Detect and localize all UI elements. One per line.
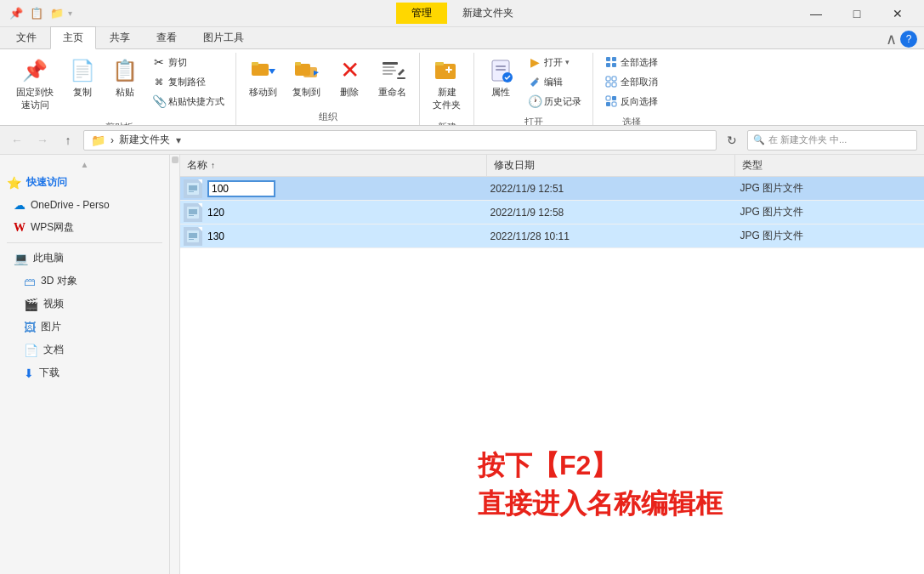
tab-home[interactable]: 主页 [50,26,96,49]
title-tab-manage[interactable]: 管理 [396,3,447,24]
copy-to-button[interactable]: 复制到 [286,53,326,103]
tab-share[interactable]: 共享 [97,26,143,48]
clipboard-content: 📌 固定到快速访问 📄 复制 📋 粘贴 ✂ 剪切 ⌘ [10,53,229,119]
copy-path-button[interactable]: ⌘ 复制路径 [148,72,229,91]
new-folder-button[interactable]: 新建文件夹 [427,53,467,116]
history-button[interactable]: 🕐 历史记录 [524,92,586,111]
filename-label-2: 130 [207,230,224,242]
ribbon-group-select: 全部选择 全部取消 [593,53,669,125]
filename-edit-input-0[interactable] [207,180,275,197]
pictures-label: 图片 [41,320,61,334]
column-type[interactable]: 类型 [735,155,924,176]
file-type-cell-2: JPG 图片文件 [734,229,925,243]
sidebar-divider [7,242,162,243]
select-all-label: 全部选择 [621,56,658,69]
address-dropdown-button[interactable]: ▾ [170,130,187,151]
column-name-label: 名称 [187,158,207,173]
back-button[interactable]: ← [7,130,27,151]
sidebar-scroll-track[interactable] [170,155,180,574]
help-button[interactable]: ? [900,31,917,48]
table-row[interactable]: 130 2022/11/28 10:11 JPG 图片文件 [180,224,924,248]
sidebar-item-documents[interactable]: 📄 文档 [0,338,169,361]
organize-content: 移动到 复制到 ✕ 删除 [243,53,412,109]
note-icon[interactable]: 📋 [27,4,46,23]
quick-access-label: 快速访问 [26,175,67,190]
history-label: 历史记录 [544,95,581,108]
open-dropdown-icon: ▾ [565,58,570,66]
title-tab-newfolder[interactable]: 新建文件夹 [447,3,529,24]
paste-shortcut-button[interactable]: 📎 粘贴快捷方式 [148,92,229,111]
file-name-cell-1: 120 [180,201,484,224]
title-tabs: 管理 新建文件夹 [396,3,529,24]
delete-button[interactable]: ✕ 删除 [330,53,369,103]
shortcut-icon: 📎 [152,94,166,108]
svg-rect-21 [612,57,616,61]
pictures-icon: 🖼 [24,321,36,334]
sidebar-scroll-thumb[interactable] [172,156,179,163]
onedrive-label: OneDrive - Perso [31,199,110,211]
svg-rect-15 [448,66,450,73]
refresh-button[interactable]: ↻ [722,130,742,151]
sidebar-item-video[interactable]: 🎬 视频 [0,293,169,315]
minimize-button[interactable]: — [796,0,836,27]
maximize-button[interactable]: □ [837,0,876,27]
column-date[interactable]: 修改日期 [487,155,735,176]
svg-rect-39 [189,233,197,238]
copy-label: 复制 [73,86,92,99]
new-folder-label: 新建文件夹 [433,86,461,111]
select-all-button[interactable]: 全部选择 [600,53,662,71]
select-content: 全部选择 全部取消 [600,53,662,114]
copy-to-label: 复制到 [292,86,320,99]
svg-rect-28 [606,96,610,100]
rename-label: 重命名 [378,86,406,99]
forward-button[interactable]: → [32,130,53,151]
sidebar-item-downloads[interactable]: ⬇ 下载 [0,361,169,384]
tab-view[interactable]: 查看 [144,26,190,48]
move-to-button[interactable]: 移动到 [243,53,283,103]
paste-button[interactable]: 📋 粘贴 [105,53,145,103]
address-bar: ← → ↑ 📁 › 新建文件夹 ▾ ↻ 🔍 在 新建文件夹 中... [0,126,924,155]
pc-icon: 💻 [14,252,28,265]
new-label: 新建 [427,119,467,126]
invert-select-icon [604,94,618,108]
copy-button[interactable]: 📄 复制 [63,53,102,103]
open-button[interactable]: ▶ 打开 ▾ [524,53,586,71]
close-button[interactable]: ✕ [878,0,917,27]
address-box[interactable]: 📁 › 新建文件夹 ▾ [83,130,717,151]
invert-select-button[interactable]: 反向选择 [600,92,662,111]
table-row[interactable]: 2022/11/9 12:51 JPG 图片文件 [180,177,924,201]
new-folder-icon [434,57,461,84]
search-box[interactable]: 🔍 在 新建文件夹 中... [747,130,917,151]
up-button[interactable]: ↑ [58,130,78,151]
pin-icon[interactable]: 📌 [7,4,26,23]
column-name[interactable]: 名称 ↑ [180,155,487,176]
cut-button[interactable]: ✂ 剪切 [148,53,229,71]
sidebar-item-quick-access[interactable]: ⭐ 快速访问 [0,171,169,194]
file-type-cell-0: JPG 图片文件 [734,181,925,196]
delete-label: 删除 [340,86,359,99]
copy-path-icon: ⌘ [152,75,166,88]
deselect-all-button[interactable]: 全部取消 [600,72,662,91]
file-area: 名称 ↑ 修改日期 类型 [180,155,924,574]
sidebar-item-wps[interactable]: W WPS网盘 [0,216,169,239]
properties-button[interactable]: 属性 [481,53,520,103]
sidebar-item-thispc[interactable]: 💻 此电脑 [0,247,169,270]
sidebar-item-onedrive[interactable]: ☁ OneDrive - Perso [0,194,169,216]
tab-picture-tools[interactable]: 图片工具 [190,26,257,48]
pin-to-quick-access-button[interactable]: 📌 固定到快速访问 [10,53,60,116]
ribbon-collapse-button[interactable]: ∧ [886,30,897,48]
copy-large-icon: 📄 [69,57,96,84]
column-header: 名称 ↑ 修改日期 类型 [180,155,924,177]
edit-button[interactable]: 编辑 [524,72,586,91]
folder-quick-icon[interactable]: 📁 [48,4,66,23]
svg-rect-24 [606,77,610,81]
rename-button[interactable]: 重命名 [372,53,412,103]
file-rows: 2022/11/9 12:51 JPG 图片文件 120 2022/11/9 1… [180,177,924,574]
table-row[interactable]: 120 2022/11/9 12:58 JPG 图片文件 [180,201,924,224]
search-placeholder: 在 新建文件夹 中... [768,134,847,146]
open-icon: ▶ [528,55,541,69]
sidebar-item-pictures[interactable]: 🖼 图片 [0,315,169,338]
svg-rect-23 [612,63,616,67]
tab-file[interactable]: 文件 [3,26,49,48]
sidebar-item-3d[interactable]: 🗃 3D 对象 [0,270,169,293]
